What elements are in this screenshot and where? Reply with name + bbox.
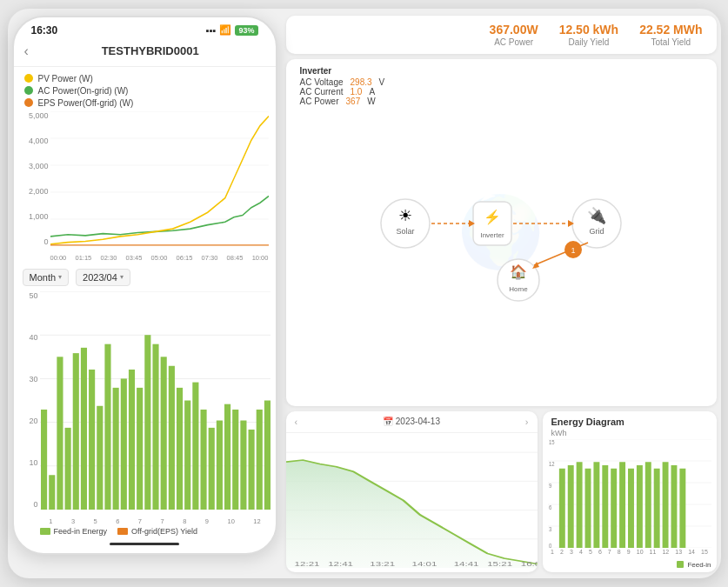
battery-indicator: 93% [235,25,257,36]
svg-rect-17 [80,347,86,509]
svg-rect-36 [232,409,238,509]
eps-legend-label: EPS Power(Off-grid) (W) [38,98,134,108]
energy-legend-label: Feed-in [687,561,711,569]
svg-rect-12 [41,409,47,509]
svg-rect-27 [160,357,166,510]
svg-text:🏠: 🏠 [510,263,527,280]
svg-text:3: 3 [548,525,551,532]
svg-text:15: 15 [548,439,554,445]
period-selector[interactable]: Month ▾ [23,269,70,286]
svg-rect-40 [264,400,270,510]
right-panel: 367.00W AC Power 12.50 kWh Daily Yield 2… [286,16,717,572]
eps-legend-dot [24,98,33,107]
feed-in-legend: Feed-in Energy [40,527,108,536]
daily-area-chart-svg: 12:21 12:41 13:21 14:01 14:41 15:21 16:0… [286,433,538,568]
svg-text:⚡: ⚡ [484,209,501,225]
offgrid-color [117,528,128,535]
svg-rect-35 [224,404,230,509]
svg-rect-88 [584,468,591,547]
svg-rect-25 [144,335,150,510]
daily-prev-arrow[interactable]: ‹ [295,417,298,427]
svg-rect-94 [636,465,642,548]
calendar-icon: 📅 [383,417,393,426]
ac-power-label: AC Power [490,37,538,47]
svg-rect-95 [645,462,651,548]
inverter-info: Inverter AC Voltage 298.3 V AC Current 1… [300,66,385,106]
date-selector[interactable]: 2023/04 ▾ [76,269,130,286]
svg-rect-29 [176,387,182,509]
svg-rect-19 [97,405,103,509]
daily-yield-label: Daily Yield [559,37,618,47]
svg-rect-99 [679,468,685,547]
date-label: 2023/04 [83,272,117,283]
feed-in-label: Feed-in Energy [54,527,108,536]
svg-text:14:41: 14:41 [453,560,478,567]
wifi-icon: 📶 [219,24,231,36]
diagram-area: 🌍 Inverter AC Voltage 298.3 V AC Current… [286,59,717,406]
svg-text:🔌: 🔌 [587,206,607,225]
current-value: 1.0 [351,87,363,97]
period-chevron: ▾ [58,273,62,281]
svg-rect-96 [653,468,659,547]
daily-chart-nav: ‹ 📅 2023-04-13 › [286,411,538,433]
svg-text:14:01: 14:01 [411,560,437,567]
svg-rect-31 [192,382,198,509]
svg-text:Grid: Grid [589,227,604,236]
period-label: Month [30,272,57,283]
svg-rect-90 [602,465,608,548]
daily-chart-body: 12:21 12:41 13:21 14:01 14:41 15:21 16:0… [286,433,538,568]
svg-rect-86 [567,465,573,548]
energy-chart-body: 15 12 9 6 3 0 [543,439,717,548]
svg-rect-85 [558,468,564,547]
stat-daily-yield: 12.50 kWh Daily Yield [559,23,618,47]
svg-rect-92 [619,462,625,548]
line-chart-plot [50,111,269,246]
bar-chart-svg [40,291,270,510]
line-chart-area: 5,000 4,000 3,000 2,000 1,000 0 [14,111,276,263]
current-unit: A [369,87,375,97]
energy-legend-dot [677,561,684,568]
inverter-title: Inverter [300,66,385,76]
svg-text:0: 0 [548,542,551,548]
svg-rect-38 [248,429,254,509]
svg-text:12: 12 [548,460,554,467]
svg-text:Inverter: Inverter [480,231,504,239]
legend-row-eps: EPS Power(Off-grid) (W) [24,98,265,108]
current-label: AC Current [300,87,344,97]
daily-date: 📅 2023-04-13 [383,417,440,426]
svg-rect-98 [671,465,677,548]
svg-rect-37 [240,420,246,509]
legend-row-ac: AC Power(On-grid) (W) [24,86,265,96]
svg-rect-20 [104,344,110,509]
feed-in-color [40,528,50,535]
svg-rect-28 [168,365,174,509]
svg-rect-23 [128,369,134,509]
svg-rect-39 [256,409,262,509]
bar-x-axis: 1 3 5 6 7 7 8 9 10 12 [40,517,270,525]
time-display: 16:30 [31,24,58,37]
energy-legend: Feed-in [677,561,711,569]
phone-status-bar: 16:30 ▪▪▪ 📶 93% [14,17,276,40]
offgrid-label: Off-grid(EPS) Yield [131,527,197,536]
svg-rect-32 [200,409,206,509]
home-indicator [14,536,276,553]
voltage-unit: V [379,77,385,87]
voltage-value: 298.3 [351,77,372,87]
voltage-label: AC Voltage [300,77,344,87]
stat-ac-power: 367.00W AC Power [490,23,538,47]
main-layout: 16:30 ▪▪▪ 📶 93% ‹ TESTHYBRID0001 PV Powe… [12,16,717,572]
svg-rect-24 [137,387,143,509]
daily-chart-card: ‹ 📅 2023-04-13 › [286,411,538,572]
inverter-voltage-row: AC Voltage 298.3 V [300,77,385,87]
bar-chart-area: 50 40 30 20 10 0 [14,291,276,536]
daily-next-arrow[interactable]: › [525,417,529,427]
daily-yield-value: 12.50 kWh [559,23,618,37]
daily-date-label: 2023-04-13 [396,417,440,426]
svg-rect-33 [208,427,214,509]
legend-row-pv: PV Power (W) [24,74,265,83]
bar-chart-legend: Feed-in Energy Off-grid(EPS) Yield [40,527,270,536]
total-yield-value: 22.52 MWh [639,23,702,37]
energy-diagram-card: Energy Diagram kWh 15 [543,411,717,572]
back-button[interactable]: ‹ [24,43,29,59]
total-yield-label: Total Yield [639,37,702,47]
